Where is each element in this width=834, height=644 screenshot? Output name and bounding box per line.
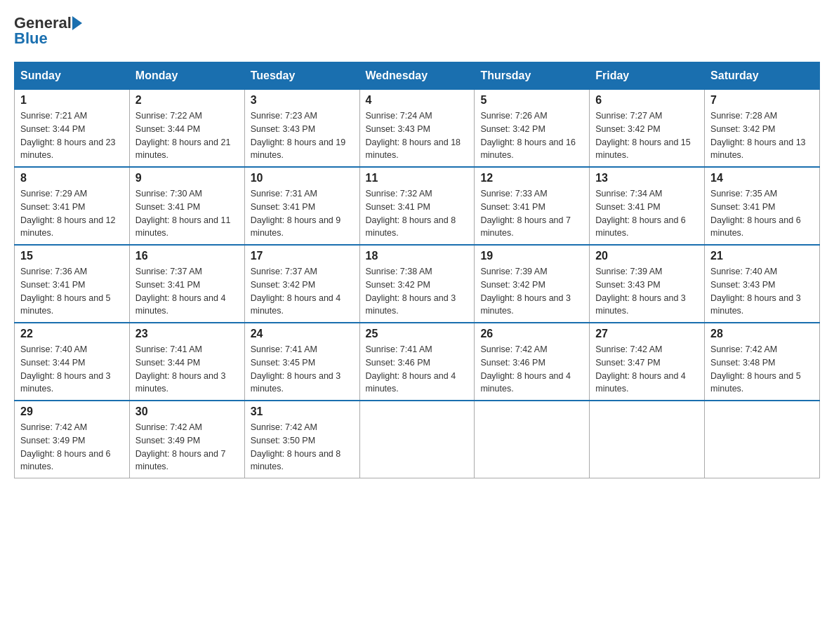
calendar-cell: 28Sunrise: 7:42 AMSunset: 3:48 PMDayligh… — [705, 323, 820, 401]
calendar-cell: 12Sunrise: 7:33 AMSunset: 3:41 PMDayligh… — [475, 167, 590, 245]
day-number: 25 — [366, 328, 469, 340]
logo: General Blue — [14, 14, 83, 48]
day-info: Sunrise: 7:30 AMSunset: 3:41 PMDaylight:… — [135, 187, 239, 240]
day-info: Sunrise: 7:33 AMSunset: 3:41 PMDaylight:… — [480, 187, 583, 240]
day-info: Sunrise: 7:42 AMSunset: 3:48 PMDaylight:… — [710, 343, 814, 396]
day-info: Sunrise: 7:22 AMSunset: 3:44 PMDaylight:… — [135, 109, 239, 162]
day-number: 17 — [251, 250, 354, 262]
calendar-cell: 29Sunrise: 7:42 AMSunset: 3:49 PMDayligh… — [15, 401, 130, 478]
header-day-wednesday: Wednesday — [359, 62, 475, 90]
day-number: 2 — [135, 94, 239, 107]
calendar-cell: 22Sunrise: 7:40 AMSunset: 3:44 PMDayligh… — [15, 323, 130, 401]
calendar-cell: 25Sunrise: 7:41 AMSunset: 3:46 PMDayligh… — [359, 323, 475, 401]
day-number: 26 — [480, 328, 583, 340]
calendar-cell: 6Sunrise: 7:27 AMSunset: 3:42 PMDaylight… — [590, 90, 705, 168]
header-day-tuesday: Tuesday — [244, 62, 359, 90]
day-number: 1 — [20, 94, 124, 107]
day-number: 9 — [135, 172, 239, 185]
day-number: 29 — [20, 405, 124, 418]
calendar-cell — [705, 401, 820, 478]
calendar-cell: 18Sunrise: 7:38 AMSunset: 3:42 PMDayligh… — [359, 245, 475, 323]
header-day-thursday: Thursday — [475, 62, 590, 90]
page-header: General Blue — [14, 14, 820, 48]
calendar-cell: 16Sunrise: 7:37 AMSunset: 3:41 PMDayligh… — [129, 245, 244, 323]
day-info: Sunrise: 7:23 AMSunset: 3:43 PMDaylight:… — [251, 109, 354, 162]
calendar-cell: 1Sunrise: 7:21 AMSunset: 3:44 PMDaylight… — [15, 90, 130, 168]
day-number: 5 — [480, 94, 583, 107]
day-number: 28 — [710, 328, 814, 340]
day-info: Sunrise: 7:40 AMSunset: 3:44 PMDaylight:… — [20, 343, 124, 396]
day-number: 4 — [366, 94, 469, 107]
day-number: 6 — [595, 94, 699, 107]
logo-arrow-icon — [72, 16, 82, 30]
calendar-cell: 20Sunrise: 7:39 AMSunset: 3:43 PMDayligh… — [590, 245, 705, 323]
day-info: Sunrise: 7:35 AMSunset: 3:41 PMDaylight:… — [710, 187, 814, 240]
calendar-cell: 4Sunrise: 7:24 AMSunset: 3:43 PMDaylight… — [359, 90, 475, 168]
week-row-2: 8Sunrise: 7:29 AMSunset: 3:41 PMDaylight… — [15, 167, 820, 245]
day-number: 3 — [251, 94, 354, 107]
header-day-monday: Monday — [129, 62, 244, 90]
calendar-cell: 19Sunrise: 7:39 AMSunset: 3:42 PMDayligh… — [475, 245, 590, 323]
day-info: Sunrise: 7:37 AMSunset: 3:41 PMDaylight:… — [135, 265, 239, 318]
calendar-table: SundayMondayTuesdayWednesdayThursdayFrid… — [14, 62, 820, 478]
day-number: 30 — [135, 405, 239, 418]
calendar-cell: 8Sunrise: 7:29 AMSunset: 3:41 PMDaylight… — [15, 167, 130, 245]
week-row-3: 15Sunrise: 7:36 AMSunset: 3:41 PMDayligh… — [15, 245, 820, 323]
calendar-cell: 30Sunrise: 7:42 AMSunset: 3:49 PMDayligh… — [129, 401, 244, 478]
day-info: Sunrise: 7:42 AMSunset: 3:50 PMDaylight:… — [251, 421, 354, 474]
day-number: 20 — [595, 250, 699, 262]
calendar-cell: 21Sunrise: 7:40 AMSunset: 3:43 PMDayligh… — [705, 245, 820, 323]
day-number: 11 — [366, 172, 469, 185]
day-info: Sunrise: 7:38 AMSunset: 3:42 PMDaylight:… — [366, 265, 469, 318]
day-number: 31 — [251, 405, 354, 418]
day-info: Sunrise: 7:31 AMSunset: 3:41 PMDaylight:… — [251, 187, 354, 240]
header-day-friday: Friday — [590, 62, 705, 90]
day-number: 7 — [710, 94, 814, 107]
day-number: 8 — [20, 172, 124, 185]
calendar-cell: 17Sunrise: 7:37 AMSunset: 3:42 PMDayligh… — [244, 245, 359, 323]
day-number: 24 — [251, 328, 354, 340]
calendar-cell: 5Sunrise: 7:26 AMSunset: 3:42 PMDaylight… — [475, 90, 590, 168]
day-number: 27 — [595, 328, 699, 340]
day-number: 22 — [20, 328, 124, 340]
day-info: Sunrise: 7:29 AMSunset: 3:41 PMDaylight:… — [20, 187, 124, 240]
day-info: Sunrise: 7:40 AMSunset: 3:43 PMDaylight:… — [710, 265, 814, 318]
day-info: Sunrise: 7:21 AMSunset: 3:44 PMDaylight:… — [20, 109, 124, 162]
day-number: 19 — [480, 250, 583, 262]
calendar-cell: 31Sunrise: 7:42 AMSunset: 3:50 PMDayligh… — [244, 401, 359, 478]
day-info: Sunrise: 7:39 AMSunset: 3:43 PMDaylight:… — [595, 265, 699, 318]
day-info: Sunrise: 7:28 AMSunset: 3:42 PMDaylight:… — [710, 109, 814, 162]
week-row-5: 29Sunrise: 7:42 AMSunset: 3:49 PMDayligh… — [15, 401, 820, 478]
header-day-saturday: Saturday — [705, 62, 820, 90]
calendar-cell: 9Sunrise: 7:30 AMSunset: 3:41 PMDaylight… — [129, 167, 244, 245]
header-day-sunday: Sunday — [15, 62, 130, 90]
day-number: 21 — [710, 250, 814, 262]
day-info: Sunrise: 7:42 AMSunset: 3:49 PMDaylight:… — [20, 421, 124, 474]
calendar-cell: 13Sunrise: 7:34 AMSunset: 3:41 PMDayligh… — [590, 167, 705, 245]
day-info: Sunrise: 7:36 AMSunset: 3:41 PMDaylight:… — [20, 265, 124, 318]
calendar-cell — [475, 401, 590, 478]
week-row-4: 22Sunrise: 7:40 AMSunset: 3:44 PMDayligh… — [15, 323, 820, 401]
calendar-cell: 27Sunrise: 7:42 AMSunset: 3:47 PMDayligh… — [590, 323, 705, 401]
day-info: Sunrise: 7:27 AMSunset: 3:42 PMDaylight:… — [595, 109, 699, 162]
day-info: Sunrise: 7:41 AMSunset: 3:44 PMDaylight:… — [135, 343, 239, 396]
week-row-1: 1Sunrise: 7:21 AMSunset: 3:44 PMDaylight… — [15, 90, 820, 168]
day-info: Sunrise: 7:41 AMSunset: 3:45 PMDaylight:… — [251, 343, 354, 396]
day-info: Sunrise: 7:42 AMSunset: 3:46 PMDaylight:… — [480, 343, 583, 396]
day-info: Sunrise: 7:39 AMSunset: 3:42 PMDaylight:… — [480, 265, 583, 318]
calendar-cell: 14Sunrise: 7:35 AMSunset: 3:41 PMDayligh… — [705, 167, 820, 245]
calendar-cell: 15Sunrise: 7:36 AMSunset: 3:41 PMDayligh… — [15, 245, 130, 323]
calendar-cell: 3Sunrise: 7:23 AMSunset: 3:43 PMDaylight… — [244, 90, 359, 168]
day-number: 14 — [710, 172, 814, 185]
day-info: Sunrise: 7:24 AMSunset: 3:43 PMDaylight:… — [366, 109, 469, 162]
calendar-cell: 23Sunrise: 7:41 AMSunset: 3:44 PMDayligh… — [129, 323, 244, 401]
day-info: Sunrise: 7:37 AMSunset: 3:42 PMDaylight:… — [251, 265, 354, 318]
calendar-cell: 7Sunrise: 7:28 AMSunset: 3:42 PMDaylight… — [705, 90, 820, 168]
day-info: Sunrise: 7:41 AMSunset: 3:46 PMDaylight:… — [366, 343, 469, 396]
day-number: 10 — [251, 172, 354, 185]
day-info: Sunrise: 7:42 AMSunset: 3:49 PMDaylight:… — [135, 421, 239, 474]
logo-blue-text: Blue — [14, 29, 48, 48]
day-info: Sunrise: 7:26 AMSunset: 3:42 PMDaylight:… — [480, 109, 583, 162]
day-info: Sunrise: 7:42 AMSunset: 3:47 PMDaylight:… — [595, 343, 699, 396]
calendar-cell — [590, 401, 705, 478]
